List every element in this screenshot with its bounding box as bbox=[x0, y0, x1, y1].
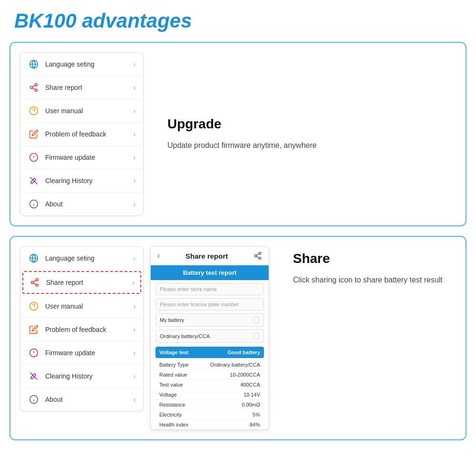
menu-item-manual[interactable]: User manual › bbox=[20, 99, 143, 123]
menu-item-language[interactable]: Language seting › bbox=[20, 247, 143, 270]
menu-label-manual: User manual bbox=[45, 302, 133, 310]
battery-test-report-header: Battery test report bbox=[151, 265, 269, 280]
chevron-right-icon: › bbox=[133, 177, 136, 185]
menu-item-about[interactable]: About › bbox=[20, 193, 143, 215]
row-label: Rated value bbox=[159, 372, 187, 378]
info-icon bbox=[28, 198, 39, 210]
chevron-right-icon: › bbox=[133, 60, 136, 68]
upgrade-title: Upgrade bbox=[167, 117, 447, 132]
chevron-right-icon: › bbox=[133, 326, 136, 333]
menu-label-language: Language seting bbox=[45, 254, 133, 262]
chevron-right-icon: › bbox=[133, 154, 136, 161]
question-icon bbox=[28, 105, 39, 117]
menu-label-about: About bbox=[45, 200, 133, 208]
my-battery-label: My battery bbox=[160, 317, 184, 323]
svg-point-30 bbox=[259, 253, 261, 255]
svg-point-3 bbox=[30, 87, 33, 89]
menu-item-language[interactable]: Language seting › bbox=[20, 53, 143, 76]
svg-line-6 bbox=[32, 85, 35, 87]
upgrade-card: Language seting › Share report › User ma… bbox=[10, 42, 466, 226]
table-row: Health index84% bbox=[151, 420, 269, 429]
ordinary-battery-select[interactable]: Ordinary battery/CCA bbox=[155, 330, 264, 343]
globe-icon bbox=[28, 253, 39, 264]
menu-item-history[interactable]: Clearing History › bbox=[20, 169, 143, 193]
edit-icon bbox=[28, 128, 39, 140]
table-row: Test value400CCA bbox=[151, 380, 269, 390]
share-icon[interactable] bbox=[253, 252, 262, 260]
menu-item-about[interactable]: About › bbox=[20, 388, 143, 411]
broom-icon bbox=[28, 370, 39, 382]
svg-line-21 bbox=[33, 280, 36, 282]
row-label: Resistance bbox=[159, 402, 185, 408]
menu-label-history: Clearing History bbox=[45, 177, 133, 185]
row-value: 84% bbox=[250, 422, 260, 427]
svg-point-18 bbox=[31, 282, 34, 284]
row-value: 400CCA bbox=[240, 382, 260, 388]
svg-point-2 bbox=[35, 84, 38, 86]
menu-item-feedback[interactable]: Problem of feedback › bbox=[20, 123, 143, 146]
menu-item-feedback[interactable]: Problem of feedback › bbox=[20, 318, 143, 341]
svg-point-32 bbox=[259, 257, 261, 260]
chevron-right-icon: › bbox=[133, 107, 136, 115]
row-label: Battery Type bbox=[159, 362, 189, 368]
menu-label-language: Language seting bbox=[45, 60, 133, 68]
chevron-right-icon: › bbox=[133, 84, 136, 91]
ordinary-battery-label: Ordinary battery/CCA bbox=[160, 333, 210, 339]
info-icon bbox=[28, 394, 39, 405]
phone-header: ‹ Share report bbox=[151, 247, 269, 265]
menu-label-feedback: Problem of feedback bbox=[45, 130, 133, 138]
svg-point-19 bbox=[36, 284, 39, 286]
svg-point-17 bbox=[36, 279, 39, 281]
share-icon bbox=[29, 277, 40, 288]
question-icon bbox=[28, 301, 39, 312]
menu-label-history: Clearing History bbox=[45, 372, 133, 380]
row-label: Voltage bbox=[159, 392, 177, 398]
menu-label-about: About bbox=[45, 396, 133, 403]
upgrade-menu-panel: Language seting › Share report › User ma… bbox=[20, 52, 144, 216]
phone-mockup: ‹ Share report Battery test report Pleas… bbox=[150, 246, 269, 430]
chevron-right-icon: › bbox=[132, 279, 135, 286]
row-value: 5% bbox=[253, 412, 260, 418]
store-name-input[interactable]: Please enter store name bbox=[155, 283, 264, 295]
svg-line-34 bbox=[256, 254, 259, 255]
menu-item-firmware[interactable]: Firmware update › bbox=[20, 341, 143, 365]
license-plate-input[interactable]: Please enter license plate number bbox=[155, 298, 264, 311]
menu-label-manual: User manual bbox=[45, 107, 133, 115]
menu-label-share: Share report bbox=[46, 279, 132, 286]
table-row: Electricity5% bbox=[151, 410, 269, 420]
menu-item-manual[interactable]: User manual › bbox=[20, 295, 143, 318]
row-value: 10-2000CCA bbox=[230, 372, 260, 378]
voltage-test-label: Voltage test bbox=[159, 350, 189, 355]
row-label: Health index bbox=[159, 422, 188, 427]
edit-icon bbox=[28, 324, 39, 335]
menu-item-firmware[interactable]: Firmware update › bbox=[20, 146, 143, 169]
firmware-icon bbox=[28, 347, 39, 359]
row-label: Test value bbox=[159, 382, 183, 388]
ordinary-battery-radio[interactable] bbox=[253, 333, 260, 340]
my-battery-select[interactable]: My battery bbox=[155, 313, 264, 327]
chevron-right-icon: › bbox=[133, 130, 136, 138]
menu-item-history[interactable]: Clearing History › bbox=[20, 365, 143, 388]
battery-data-table: Battery TypeOrdinary battery/CCARated va… bbox=[151, 360, 269, 429]
upgrade-description: Update product firmware anytime, anywher… bbox=[167, 139, 447, 152]
table-row: Voltage10.14V bbox=[151, 390, 269, 400]
menu-item-share[interactable]: Share report › bbox=[20, 76, 143, 99]
svg-point-4 bbox=[35, 89, 38, 91]
share-menu-panel: Language seting › Share report › User ma… bbox=[20, 246, 144, 411]
share-right-content: Share Click sharing icon to share batter… bbox=[283, 246, 456, 291]
table-row: Battery TypeOrdinary battery/CCA bbox=[151, 360, 269, 370]
chevron-right-icon: › bbox=[133, 349, 136, 357]
menu-label-share: Share report bbox=[45, 84, 133, 91]
voltage-test-row: Voltage test Good battery bbox=[155, 347, 264, 358]
menu-label-firmware: Firmware update bbox=[45, 154, 133, 161]
table-row: Resistance0.00mΩ bbox=[151, 400, 269, 410]
share-description: Click sharing icon to share battery test… bbox=[293, 274, 447, 286]
menu-item-share[interactable]: Share report › bbox=[22, 271, 141, 294]
svg-line-33 bbox=[256, 256, 259, 258]
my-battery-radio[interactable] bbox=[253, 317, 260, 323]
chevron-right-icon: › bbox=[133, 302, 136, 310]
upgrade-right-content: Upgrade Update product firmware anytime,… bbox=[158, 112, 456, 156]
share-icon bbox=[28, 82, 39, 93]
phone-title: Share report bbox=[160, 252, 253, 260]
share-left-col: Language seting › Share report › User ma… bbox=[20, 246, 269, 430]
